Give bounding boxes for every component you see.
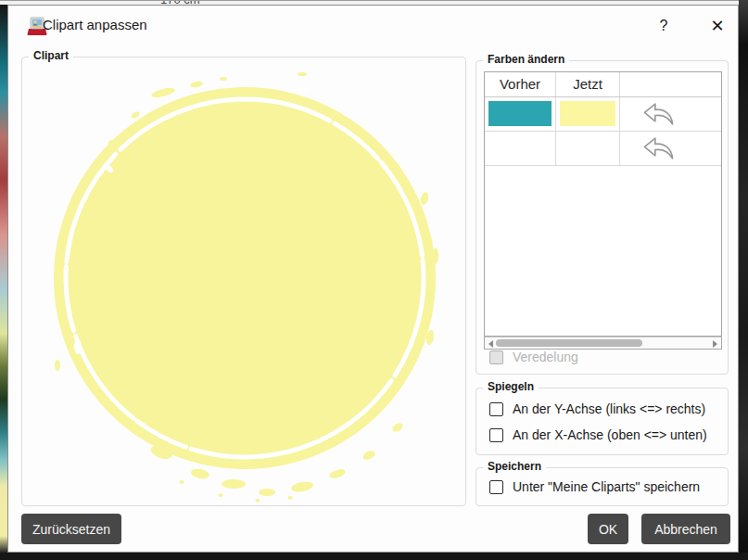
dialog-title: Clipart anpassen: [43, 17, 147, 32]
veredelung-checkbox: [489, 350, 503, 364]
ok-button[interactable]: OK: [588, 514, 628, 544]
veredelung-label: Veredelung: [513, 350, 578, 364]
close-button[interactable]: ✕: [704, 12, 731, 40]
save-label: Unter "Meine Cliparts" speichern: [513, 479, 700, 494]
mirror-group-label: Spiegeln: [483, 380, 539, 393]
scroll-right-icon[interactable]: [713, 340, 717, 348]
table-header-row: Vorher Jetzt: [485, 72, 721, 97]
mirror-y-option[interactable]: An der Y-Achse (links <=> rechts): [489, 401, 705, 416]
save-option[interactable]: Unter "Meine Cliparts" speichern: [489, 479, 700, 494]
column-header-jetzt: Jetzt: [556, 72, 620, 96]
colors-group-label: Farben ändern: [483, 53, 569, 66]
column-header-actions: [620, 72, 721, 96]
before-color-swatch[interactable]: [488, 101, 551, 126]
clipart-group: Clipart: [21, 57, 466, 506]
mirror-y-checkbox[interactable]: [489, 402, 503, 416]
color-mapping-table: Vorher Jetzt: [484, 71, 722, 337]
help-button[interactable]: ?: [652, 14, 676, 38]
save-group: Speichern Unter "Meine Cliparts" speiche…: [475, 467, 729, 506]
table-row: [485, 132, 721, 166]
table-row: [485, 97, 721, 132]
background-app-left-strip: [0, 5, 7, 553]
background-app-right-strip: [739, 0, 748, 560]
clipart-preview-image: [24, 59, 463, 503]
undo-arrow-icon[interactable]: [642, 136, 676, 161]
undo-arrow-icon[interactable]: [642, 102, 676, 127]
table-horizontal-scrollbar[interactable]: [484, 337, 722, 350]
reset-button[interactable]: Zurücksetzen: [21, 514, 121, 544]
column-header-vorher: Vorher: [485, 72, 556, 96]
mirror-x-label: An der X-Achse (oben <=> unten): [513, 427, 707, 442]
scroll-left-icon[interactable]: [488, 340, 493, 348]
after-color-swatch[interactable]: [560, 101, 615, 126]
screen: 170 cm Clipart anpassen ? ✕ Clipart: [0, 0, 748, 560]
clipart-dialog: Clipart anpassen ? ✕ Clipart: [7, 5, 739, 553]
save-group-label: Speichern: [483, 460, 546, 473]
save-checkbox[interactable]: [489, 480, 503, 494]
mirror-group: Spiegeln An der Y-Achse (links <=> recht…: [475, 388, 729, 455]
mirror-x-checkbox[interactable]: [489, 428, 503, 442]
cancel-button[interactable]: Abbrechen: [641, 514, 730, 544]
scrollbar-thumb[interactable]: [496, 339, 642, 347]
mirror-y-label: An der Y-Achse (links <=> rechts): [513, 401, 705, 416]
mirror-x-option[interactable]: An der X-Achse (oben <=> unten): [489, 427, 707, 442]
colors-group: Farben ändern Vorher Jetzt: [475, 60, 729, 375]
title-bar: Clipart anpassen ? ✕: [8, 6, 738, 46]
veredelung-option: Veredelung: [489, 350, 578, 364]
background-app-bottom-strip: [0, 553, 748, 560]
